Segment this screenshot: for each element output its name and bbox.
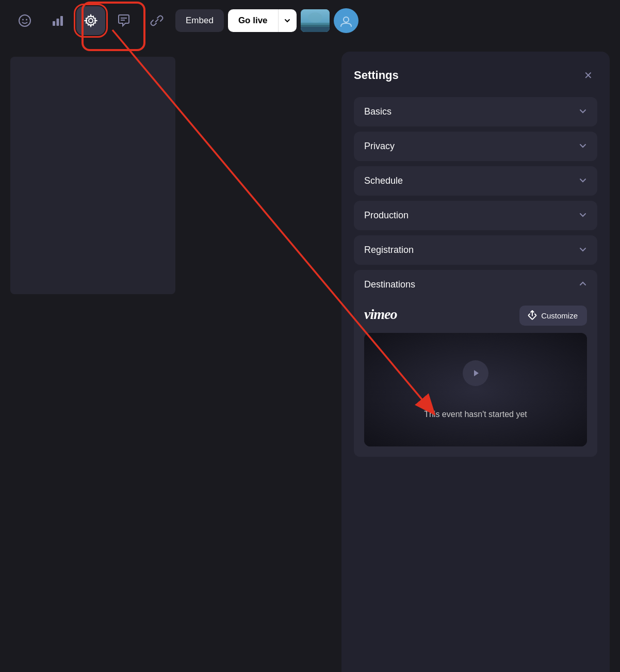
video-preview-box [10, 57, 175, 294]
preview-event-text: This event hasn't started yet [424, 410, 527, 419]
chat-icon-button[interactable] [109, 6, 138, 35]
svg-rect-5 [60, 16, 63, 26]
play-icon-circle [463, 360, 488, 386]
thumbnail-image [301, 9, 330, 32]
main-content: Settings ✕ Basics Privacy [0, 41, 620, 672]
vimeo-logo: vimeo [364, 306, 416, 326]
thumbnail-button[interactable] [301, 9, 330, 32]
registration-chevron-icon [579, 245, 587, 255]
user-avatar-button[interactable] [334, 8, 358, 33]
external-link-icon [527, 309, 540, 322]
schedule-header[interactable]: Schedule [354, 166, 597, 196]
schedule-accordion: Schedule [354, 166, 597, 196]
settings-header: Settings ✕ [354, 66, 597, 85]
svg-point-13 [344, 17, 349, 22]
settings-panel: Settings ✕ Basics Privacy [341, 52, 610, 672]
left-area [0, 41, 341, 672]
settings-title: Settings [354, 69, 399, 82]
smiley-icon-button[interactable] [10, 6, 39, 35]
embed-button[interactable]: Embed [175, 9, 224, 32]
privacy-chevron-icon [579, 141, 587, 152]
privacy-label: Privacy [364, 141, 395, 152]
customize-label: Customize [541, 311, 578, 320]
svg-marker-15 [474, 370, 479, 376]
production-label: Production [364, 210, 409, 221]
vimeo-preview-card: This event hasn't started yet [364, 333, 587, 446]
go-live-button[interactable]: Go live [228, 9, 278, 32]
destinations-accordion: Destinations vimeo [354, 270, 597, 457]
registration-accordion: Registration [354, 235, 597, 265]
vimeo-row: vimeo Customize [364, 306, 587, 326]
basics-chevron-icon [579, 107, 587, 117]
link-icon-button[interactable] [142, 6, 171, 35]
basics-label: Basics [364, 106, 391, 117]
basics-header[interactable]: Basics [354, 97, 597, 126]
destinations-chevron-icon [579, 280, 587, 290]
destinations-header[interactable]: Destinations [354, 270, 597, 299]
svg-rect-3 [53, 21, 55, 26]
production-accordion: Production [354, 201, 597, 230]
close-icon: ✕ [584, 69, 593, 82]
close-settings-button[interactable]: ✕ [579, 66, 597, 85]
svg-rect-12 [301, 23, 330, 27]
toolbar: Embed Go live [0, 0, 620, 41]
customize-button[interactable]: Customize [519, 306, 587, 326]
svg-point-2 [26, 19, 27, 21]
privacy-accordion: Privacy [354, 132, 597, 161]
schedule-label: Schedule [364, 175, 403, 186]
go-live-group: Go live [228, 9, 297, 32]
svg-text:vimeo: vimeo [364, 306, 397, 322]
production-header[interactable]: Production [354, 201, 597, 230]
svg-point-0 [19, 15, 30, 26]
svg-point-10 [308, 12, 322, 23]
go-live-chevron-button[interactable] [278, 9, 297, 32]
svg-point-6 [89, 19, 93, 23]
destinations-label: Destinations [364, 279, 415, 290]
svg-rect-4 [57, 19, 59, 26]
destinations-content: vimeo Customize [354, 299, 597, 457]
svg-point-1 [22, 19, 24, 21]
schedule-chevron-icon [579, 176, 587, 186]
gear-icon-button[interactable] [76, 6, 105, 35]
production-chevron-icon [579, 211, 587, 221]
chart-icon-button[interactable] [43, 6, 72, 35]
registration-header[interactable]: Registration [354, 235, 597, 265]
registration-label: Registration [364, 245, 414, 255]
basics-accordion: Basics [354, 97, 597, 126]
privacy-header[interactable]: Privacy [354, 132, 597, 161]
